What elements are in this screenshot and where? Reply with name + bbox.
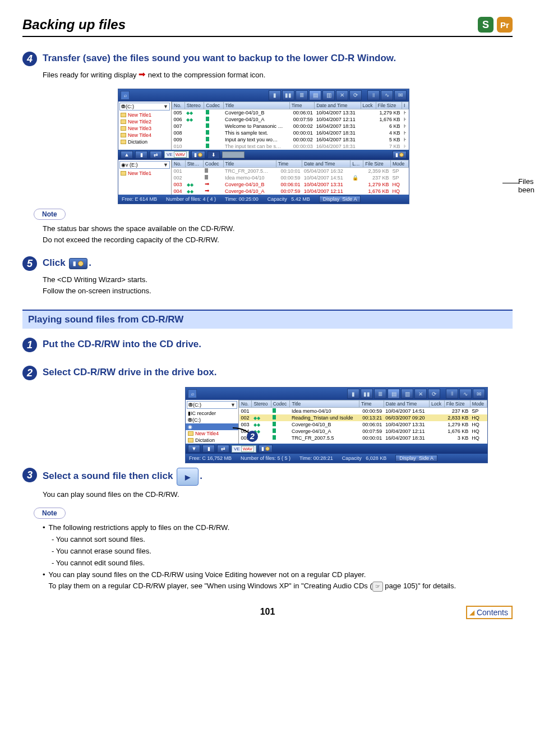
col-header[interactable]: Title <box>223 160 276 167</box>
status-bar-1: Free: E 614 MB Number of files: 4 ( 4 ) … <box>118 195 409 204</box>
col-header[interactable]: Date and Time <box>302 160 350 167</box>
col-header[interactable]: Lock <box>361 102 376 109</box>
tb-close-icon[interactable]: ✕ <box>336 90 348 100</box>
table-row[interactable]: 002◆◆Reading_Tristan und Isolde00:13:210… <box>239 414 487 421</box>
tree-item[interactable]: Dictation <box>186 437 238 444</box>
col-header[interactable]: No. <box>172 160 186 167</box>
tree-item[interactable]: New Title3 <box>118 125 171 132</box>
tree-item[interactable]: Dictation <box>118 139 171 145</box>
col-header[interactable]: Ste… <box>185 160 203 167</box>
col-header[interactable]: Stereo <box>185 102 204 109</box>
table-row[interactable]: 008This is sample text.00:00:0116/04/200… <box>172 130 409 136</box>
tree-item[interactable]: ▮ IC recorder <box>186 410 238 417</box>
tb-copy-icon[interactable]: ▮▮ <box>282 90 294 100</box>
burn-button-2[interactable]: ▮ <box>259 445 273 453</box>
cd-icon: ◉ <box>188 424 192 430</box>
tb-mail-icon[interactable]: ✉ <box>394 90 407 100</box>
wav-tab-2[interactable]: VEWAV <box>232 445 256 453</box>
col-header[interactable]: Time <box>289 102 314 109</box>
tb-split-icon[interactable]: ▥ <box>401 389 413 399</box>
table-row[interactable]: 003◆◆Coverge-04/10_B00:06:0110/04/2007 1… <box>239 421 487 428</box>
tree-item[interactable]: ⛃ (C:) <box>186 417 238 423</box>
col-header[interactable]: No. <box>239 400 252 408</box>
table-row[interactable]: 004◆◆Coverge-04/10_A00:07:5910/04/2007 1… <box>239 428 487 435</box>
tree-item[interactable]: ◉ <box>186 423 238 430</box>
search-icon[interactable]: ⌕ <box>188 389 197 398</box>
tb-refresh-icon[interactable]: ⟳ <box>349 90 362 100</box>
tree-item[interactable]: New Title1 <box>118 170 171 177</box>
tb-audio-icon[interactable]: ⦀ <box>446 389 458 399</box>
col-header[interactable]: Codec <box>271 400 290 408</box>
col-header[interactable]: Codec <box>204 102 223 109</box>
down-arrow-icon[interactable]: ▼ <box>188 445 200 453</box>
col-header[interactable]: No. <box>172 102 185 109</box>
contents-button[interactable]: ◢ Contents <box>466 606 513 619</box>
tb-copy-icon[interactable]: ▮▮ <box>361 389 373 399</box>
down-split-icon[interactable]: ⬇ <box>207 151 220 159</box>
table-row[interactable]: 002Idea memo-04/1000:00:5910/04/2007 14:… <box>172 174 409 181</box>
tb-mail-icon[interactable]: ✉ <box>473 389 485 399</box>
col-header[interactable]: Stereo <box>252 400 271 408</box>
tb-stack-icon[interactable]: ≣ <box>296 90 308 100</box>
move-icon[interactable]: ⇄ <box>150 151 162 159</box>
tb-stack-icon[interactable]: ≣ <box>374 389 386 399</box>
move-icon[interactable]: ⇄ <box>217 445 229 453</box>
tree-item[interactable]: New Title4 <box>118 132 171 139</box>
tb-split-icon[interactable]: ▥ <box>322 90 335 100</box>
up-arrow-icon[interactable]: ▲ <box>121 151 133 159</box>
drive-select-2[interactable]: ⛃ (C:) ▼ <box>187 401 237 409</box>
folder-icon[interactable]: ▮ <box>202 445 215 453</box>
col-header[interactable]: Title <box>223 102 289 109</box>
folder-icon[interactable]: ▮ <box>135 151 147 159</box>
tree-label: (C:) <box>192 417 201 423</box>
col-header[interactable]: Lock <box>430 400 445 408</box>
tree-item[interactable]: New Title2 <box>118 118 171 125</box>
tb-close-icon[interactable]: ✕ <box>414 389 427 399</box>
tree-label: Dictation <box>128 139 147 145</box>
folder-icon <box>121 126 126 131</box>
tb-panel-icon[interactable]: ▤ <box>388 389 400 399</box>
status-display-btn[interactable]: Display Side A <box>319 196 361 202</box>
ve-upper-panel: ⛃ (C:) ▼ New Title1New Title2New Title3N… <box>118 102 409 150</box>
col-header[interactable]: Codec <box>203 160 223 167</box>
tb-audio-icon[interactable]: ⦀ <box>367 90 380 100</box>
status-display-btn-2[interactable]: Display Side A <box>395 455 437 462</box>
lower-drive-select[interactable]: ◉ v (E:) ▼ <box>119 161 170 169</box>
wav-tab[interactable]: VEWAV <box>164 151 189 158</box>
tree-item[interactable]: New Title4 <box>186 430 238 437</box>
tree-item[interactable]: New Title1 <box>118 112 171 118</box>
table-row[interactable]: 005◆◆Coverge-04/10_B00:06:0110/04/2007 1… <box>172 109 409 116</box>
col-header[interactable]: File Size <box>363 160 391 167</box>
table-row[interactable]: 004◆◆⮕Coverge-04/10_A00:07:5910/04/2007 … <box>172 188 409 195</box>
table-row[interactable]: 009Input any text you wo…00:00:0216/04/2… <box>172 136 409 143</box>
table-row[interactable]: 005TRC_FR_2007.5.500:00:0116/04/2007 18:… <box>239 435 487 441</box>
search-icon[interactable]: ⌕ <box>121 91 130 100</box>
col-header[interactable]: File Size <box>376 102 402 109</box>
tb-panel-icon[interactable]: ▤ <box>309 90 321 100</box>
table-row[interactable]: 001Idea memo-04/1000:00:5910/04/2007 14:… <box>239 408 487 415</box>
col-header[interactable]: Time <box>359 400 384 408</box>
table-row[interactable]: 010The input text can be s…00:00:0316/04… <box>172 143 409 150</box>
col-header[interactable]: Date and Time <box>315 102 361 109</box>
col-header[interactable]: Mode <box>390 160 408 167</box>
col-header[interactable]: Date and Time <box>384 400 429 408</box>
col-header[interactable]: Mode <box>470 400 487 408</box>
tb-doc-icon[interactable]: ▮ <box>269 90 281 100</box>
col-header[interactable]: Time <box>276 160 302 167</box>
col-header[interactable]: I <box>402 102 409 109</box>
table-row[interactable]: 003◆◆⮕Coverge-04/10_B00:06:0110/04/2007 … <box>172 181 409 188</box>
tb-wave-icon[interactable]: ∿ <box>459 389 472 399</box>
col-header[interactable]: File Size <box>444 400 470 408</box>
tb-doc-icon[interactable]: ▮ <box>347 389 359 399</box>
folder-icon <box>188 431 193 436</box>
table-row[interactable]: 001TRC_FR_2007.5…00:10:0105/04/2007 16:3… <box>172 167 409 174</box>
col-header[interactable]: L… <box>350 160 363 167</box>
tb-refresh-icon[interactable]: ⟳ <box>428 389 440 399</box>
upper-drive-select[interactable]: ⛃ (C:) ▼ <box>119 103 170 110</box>
table-row[interactable]: 006◆◆Coverge-04/10_A00:07:5910/04/2007 1… <box>172 116 409 123</box>
tb-wave-icon[interactable]: ∿ <box>381 90 393 100</box>
burn-disc-button[interactable]: ▮ <box>393 151 407 159</box>
burn-button[interactable]: ▮ <box>191 151 205 159</box>
col-header[interactable]: Title <box>290 400 359 408</box>
table-row[interactable]: 007Welcome to Panasonic …00:00:0216/04/2… <box>172 123 409 130</box>
